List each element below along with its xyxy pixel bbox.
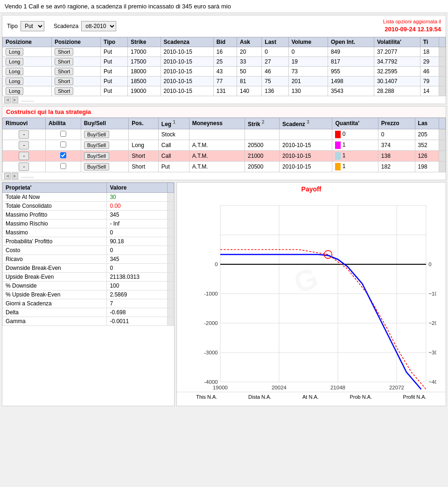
prop-name: Giorni a Scadenza (3, 299, 107, 308)
cell-checkbox (45, 140, 81, 150)
cell-volatilita: 32.2595 (374, 66, 420, 76)
scadenza-label: Scadenza (54, 23, 78, 29)
prop-name: Massimo Rischio (3, 219, 107, 228)
strategy-checkbox[interactable] (60, 131, 66, 137)
tipo-label: Tipo (7, 23, 18, 29)
chart-area: G 0 -1000 -2000 (200, 196, 436, 392)
nav-arrows: ◄ ► (4, 97, 18, 103)
btn-short[interactable]: Short (55, 68, 73, 75)
scroll-right[interactable]: ► (12, 97, 18, 103)
cell-ask: 140 (237, 86, 262, 96)
cell-last: 27 (262, 56, 288, 66)
prop-value: -0.698 (107, 308, 168, 317)
strategy-table-row: - Buy/Sell Long Call A.T.M. 20500 2010-1… (3, 140, 446, 150)
prop-scrollbar (168, 210, 174, 219)
cell-volume: 201 (288, 76, 328, 86)
cell-buysell: Buy/Sell (81, 161, 129, 172)
btn-long[interactable]: Long (6, 78, 23, 85)
btn-buysell[interactable]: Buy/Sell (84, 163, 109, 170)
prop-scrollbar (168, 308, 174, 317)
col-bid: Bid (213, 37, 237, 47)
svg-text:-4000: -4000 (204, 379, 218, 385)
color-indicator (335, 163, 341, 170)
cell-leg: Stock (158, 129, 189, 140)
svg-text:-3000: -3000 (204, 350, 218, 355)
prop-value: 0 (107, 263, 168, 272)
btn-buysell[interactable]: Buy/Sell (84, 131, 109, 138)
btn-short[interactable]: Short (55, 87, 73, 95)
btn-long[interactable]: Long (6, 48, 23, 56)
cell-ti: 14 (420, 86, 439, 96)
prop-scrollbar (168, 201, 174, 210)
svg-text:20024: 20024 (272, 384, 287, 390)
footer-at: At N.A. (302, 394, 319, 400)
property-row: Delta -0.698 (3, 308, 174, 317)
cell-scrollbar (439, 47, 446, 56)
prop-scrollbar (168, 192, 174, 201)
cell-volume: 73 (288, 66, 328, 76)
strategy-checkbox[interactable] (60, 152, 66, 158)
scadenza-select[interactable]: ott-2010 (81, 21, 116, 31)
options-table-row: Long Short Put 17500 2010-10-15 25 33 27… (3, 56, 446, 66)
cell-long: Long (3, 86, 52, 96)
cell-scadenza: 2010-10-15 (280, 140, 332, 150)
btn-short[interactable]: Short (55, 78, 73, 85)
property-row: % Downside 100 (3, 281, 174, 290)
property-row: Ricavo 345 (3, 254, 174, 263)
cell-bid: 131 (213, 86, 237, 96)
btn-long[interactable]: Long (6, 68, 23, 75)
scadenza-group: Scadenza ott-2010 (54, 21, 116, 31)
cell-volume: 0 (288, 47, 328, 56)
bottom-section: Proprieta' Valore Totale At Now 30 Total… (2, 182, 446, 406)
btn-long[interactable]: Long (6, 58, 23, 65)
cell-scadenza: 2010-10-15 (280, 161, 332, 172)
properties-panel: Proprieta' Valore Totale At Now 30 Total… (2, 182, 175, 406)
cell-pos (129, 129, 159, 140)
strategy-table-row: - Buy/Sell Short Put A.T.M. 20500 2010-1… (3, 161, 446, 172)
tipo-select[interactable]: Put Call (21, 21, 44, 31)
strategy-scroll-left[interactable]: ◄ (4, 173, 11, 179)
btn-minus[interactable]: - (19, 130, 29, 139)
strategy-table-row: - Buy/Sell Short Call A.T.M. 21000 2010-… (3, 150, 446, 161)
cell-ti: 29 (420, 56, 439, 66)
scroll-left[interactable]: ◄ (4, 97, 11, 103)
payoff-chart: G 0 -1000 -2000 (200, 196, 436, 392)
btn-buysell[interactable]: Buy/Sell (84, 152, 109, 160)
cell-scrollbar (439, 129, 446, 140)
cell-volume: 130 (288, 86, 328, 96)
cell-leg: Put (158, 161, 189, 172)
btn-short[interactable]: Short (55, 58, 73, 65)
btn-minus[interactable]: - (19, 152, 29, 160)
svg-text:-1000: -1000 (204, 291, 218, 296)
prop-value: 90.18 (107, 237, 168, 246)
strategy-checkbox[interactable] (60, 141, 66, 148)
btn-minus[interactable]: - (19, 162, 29, 171)
properties-table: Proprieta' Valore Totale At Now 30 Total… (2, 183, 174, 326)
cell-ask: 50 (237, 66, 262, 76)
cell-last: 75 (262, 76, 288, 86)
property-row: Costo 0 (3, 246, 174, 254)
property-row: % Upside Break-Even 2.5869 (3, 290, 174, 299)
cell-last: 46 (262, 66, 288, 76)
scol-quantita: Quantita' (332, 118, 378, 129)
property-row: Massimo 0 (3, 228, 174, 237)
btn-buysell[interactable]: Buy/Sell (84, 141, 109, 149)
prop-value: 0.00 (107, 201, 168, 210)
btn-minus[interactable]: - (19, 141, 29, 149)
strategy-checkbox[interactable] (60, 163, 66, 169)
svg-text:22072: 22072 (389, 384, 404, 390)
prop-name: Upside Break-Even (3, 272, 107, 281)
prop-name: % Downside (3, 281, 107, 290)
update-info: Lista opzioni aggiornata il 2010-09-24 1… (383, 18, 441, 34)
col-open-int: Open Int. (328, 37, 374, 47)
btn-short[interactable]: Short (55, 48, 73, 56)
property-row: Totale At Now 30 (3, 192, 174, 201)
prop-value: -0.0011 (107, 317, 168, 325)
svg-text:~1000: ~1000 (428, 291, 436, 296)
property-row: Massimo Rischio - Inf (3, 219, 174, 228)
btn-long[interactable]: Long (6, 87, 23, 95)
col-volume: Volume (288, 37, 328, 47)
strategy-scroll-right[interactable]: ► (12, 173, 18, 179)
cell-volatilita: 30.1407 (374, 76, 420, 86)
cell-ti: 79 (420, 76, 439, 86)
